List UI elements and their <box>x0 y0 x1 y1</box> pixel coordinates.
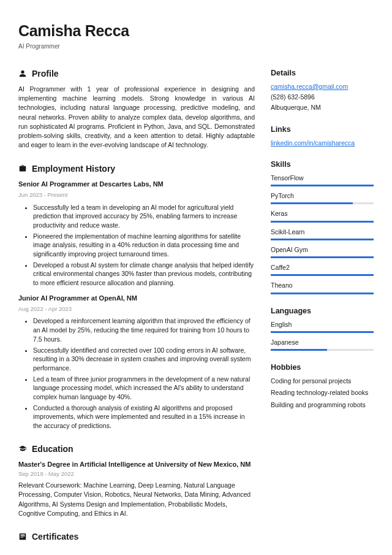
skill-bar-fill <box>271 185 374 186</box>
hobby-item: Reading technology-related books <box>271 388 374 397</box>
job-bullets: Developed a reinforcement learning algor… <box>18 316 255 430</box>
employment-heading: Employment History <box>18 163 255 175</box>
certificates-heading: Certificates <box>18 530 255 543</box>
skill-bar-fill <box>271 202 353 204</box>
education-title: Master's Degree in Artificial Intelligen… <box>18 460 255 469</box>
resume-header: Camisha Recca AI Programmer <box>18 20 374 52</box>
job-bullets: Successfully led a team in developing an… <box>18 203 255 288</box>
job-bullet: Developed a robust AI system for climate… <box>33 261 255 288</box>
language-bar <box>271 349 374 351</box>
details-section: Details camisha.recca@gmail.com (528) 63… <box>271 67 374 113</box>
skill-bar-fill <box>271 221 374 223</box>
language-bar-fill <box>271 331 374 333</box>
education-dates: Sep 2018 - May 2022 <box>18 470 255 478</box>
languages-section: Languages EnglishJapanese <box>271 305 374 351</box>
graduation-cap-icon <box>18 445 27 453</box>
skill-bar <box>271 221 374 223</box>
skill-name: Scikit-Learn <box>271 228 374 237</box>
profile-section: Profile AI Programmer with 1 year of pro… <box>18 67 255 150</box>
job-dates: Aug 2022 - Apr 2023 <box>18 305 255 313</box>
skill-bar <box>271 239 374 240</box>
skills-section: Skills TensorFlowPyTorchKerasScikit-Lear… <box>271 159 374 294</box>
skill-bar <box>271 256 374 258</box>
certificate-icon <box>18 532 27 541</box>
skill-bar <box>271 202 374 204</box>
person-icon <box>18 69 27 78</box>
skill-item: Scikit-Learn <box>271 228 374 240</box>
linkedin-link[interactable]: linkedin.com/in/camisharecca <box>271 139 355 147</box>
location: Albuquerque, NM <box>271 103 374 112</box>
job-bullet: Successfully led a team in developing an… <box>33 203 255 230</box>
skill-item: Caffe2 <box>271 263 374 276</box>
education-section: Education Master's Degree in Artificial … <box>18 443 255 518</box>
email-link[interactable]: camisha.recca@gmail.com <box>271 82 374 91</box>
skill-bar-fill <box>271 274 374 276</box>
job-entry: Senior AI Programmer at Descartes Labs, … <box>18 180 255 288</box>
skill-bar <box>271 274 374 276</box>
job-dates: Jun 2023 - Present <box>18 191 255 199</box>
details-heading: Details <box>271 67 374 78</box>
links-heading: Links <box>271 124 374 135</box>
skill-bar <box>271 185 374 186</box>
skill-item: OpenAI Gym <box>271 245 374 258</box>
skill-name: PyTorch <box>271 191 374 201</box>
skill-name: Theano <box>271 281 374 290</box>
job-title: AI Programmer <box>18 42 374 52</box>
name: Camisha Recca <box>18 20 374 42</box>
employment-heading-text: Employment History <box>32 163 115 175</box>
job-bullet: Developed a reinforcement learning algor… <box>33 316 255 343</box>
language-bar <box>271 331 374 333</box>
skill-bar-fill <box>271 293 374 294</box>
profile-heading: Profile <box>18 67 255 80</box>
skill-bar <box>271 293 374 294</box>
skill-bar-fill <box>271 239 374 240</box>
skill-name: TensorFlow <box>271 174 374 183</box>
skill-item: Theano <box>271 281 374 294</box>
profile-heading-text: Profile <box>32 67 59 80</box>
skill-bar-fill <box>271 256 374 258</box>
language-name: Japanese <box>271 338 374 347</box>
job-title: Junior AI Programmer at OpenAI, NM <box>18 294 255 304</box>
job-bullet: Successfully identified and corrected ov… <box>33 346 255 373</box>
links-section: Links linkedin.com/in/camisharecca <box>271 124 374 148</box>
job-bullet: Pioneered the implementation of machine … <box>33 232 255 259</box>
hobby-item: Coding for personal projects <box>271 377 374 386</box>
skill-name: Caffe2 <box>271 263 374 272</box>
language-item: English <box>271 320 374 333</box>
certificates-section: Certificates <box>18 530 255 543</box>
languages-heading: Languages <box>271 305 374 316</box>
briefcase-icon <box>18 164 27 173</box>
job-bullet: Conducted a thorough analysis of existin… <box>33 404 255 431</box>
right-column: Details camisha.recca@gmail.com (528) 63… <box>271 67 374 555</box>
language-item: Japanese <box>271 338 374 351</box>
skill-name: OpenAI Gym <box>271 245 374 255</box>
employment-section: Employment History Senior AI Programmer … <box>18 163 255 431</box>
phone: (528) 632-5896 <box>271 93 374 102</box>
education-heading: Education <box>18 443 255 455</box>
education-description: Relevant Coursework: Machine Learning, D… <box>18 481 255 518</box>
language-name: English <box>271 320 374 329</box>
resume-body: Profile AI Programmer with 1 year of pro… <box>18 67 374 555</box>
skill-name: Keras <box>271 209 374 218</box>
hobbies-heading: Hobbies <box>271 362 374 373</box>
job-entry: Junior AI Programmer at OpenAI, NMAug 20… <box>18 294 255 431</box>
job-title: Senior AI Programmer at Descartes Labs, … <box>18 180 255 189</box>
hobbies-section: Hobbies Coding for personal projectsRead… <box>271 362 374 410</box>
skill-item: Keras <box>271 209 374 222</box>
certificates-heading-text: Certificates <box>32 530 78 543</box>
skills-heading: Skills <box>271 159 374 170</box>
job-bullet: Led a team of three junior programmers i… <box>33 375 255 402</box>
skill-item: PyTorch <box>271 191 374 204</box>
hobby-item: Building and programming robots <box>271 400 374 410</box>
profile-text: AI Programmer with 1 year of professiona… <box>18 85 255 150</box>
skill-item: TensorFlow <box>271 174 374 186</box>
language-bar-fill <box>271 349 327 351</box>
education-heading-text: Education <box>32 443 74 455</box>
left-column: Profile AI Programmer with 1 year of pro… <box>18 67 255 555</box>
